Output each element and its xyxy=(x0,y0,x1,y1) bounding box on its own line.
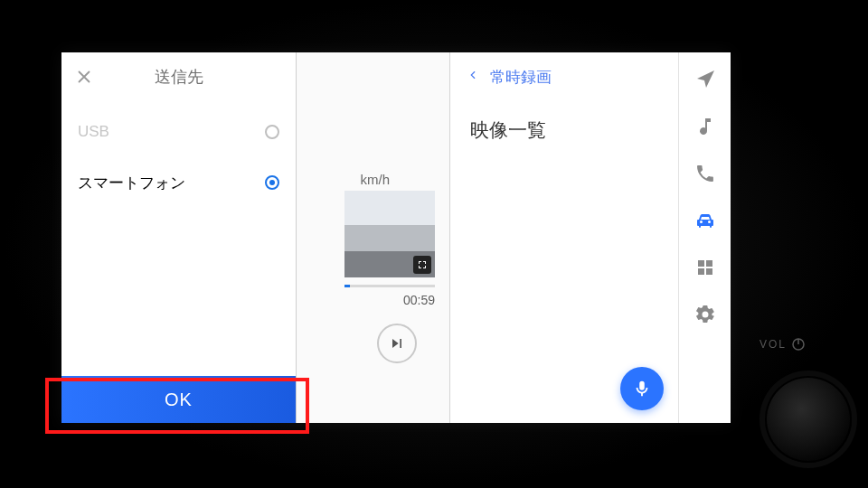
option-label: スマートフォン xyxy=(78,173,185,193)
navigation-icon[interactable] xyxy=(693,67,718,92)
phone-icon[interactable] xyxy=(693,161,718,186)
chevron-left-icon xyxy=(467,69,479,85)
ok-button[interactable]: OK xyxy=(61,376,296,423)
list-pane: 常時録画 映像一覧 xyxy=(450,52,678,423)
side-rail xyxy=(678,52,731,423)
panel-header: 送信先 xyxy=(61,52,296,101)
back-label: 常時録画 xyxy=(490,67,552,88)
volume-knob[interactable] xyxy=(765,376,852,463)
fullscreen-icon[interactable] xyxy=(413,256,431,274)
radio-icon xyxy=(265,175,279,190)
option-usb[interactable]: USB xyxy=(78,107,279,157)
panel-title: 送信先 xyxy=(155,66,203,88)
panel-options: USB スマートフォン xyxy=(61,101,296,376)
car-icon[interactable] xyxy=(693,208,718,233)
radio-icon xyxy=(265,125,279,139)
volume-label: VOL xyxy=(760,336,807,352)
option-smartphone[interactable]: スマートフォン xyxy=(78,157,279,208)
ok-label: OK xyxy=(165,389,193,410)
power-icon xyxy=(790,336,807,352)
music-icon[interactable] xyxy=(693,114,718,139)
option-label: USB xyxy=(78,123,109,141)
settings-icon[interactable] xyxy=(693,302,718,327)
video-thumbnail[interactable] xyxy=(344,191,435,277)
speed-unit: km/h xyxy=(360,172,390,187)
seek-bar[interactable] xyxy=(344,285,435,287)
duration-label: 00:59 xyxy=(403,293,435,307)
playback-pane: km/h 00:59 xyxy=(297,52,450,423)
display-screen: 送信先 USB スマートフォン OK km/h xyxy=(61,52,731,423)
device-bezel: 送信先 USB スマートフォン OK km/h xyxy=(0,0,868,488)
close-icon[interactable] xyxy=(74,67,94,87)
voice-button[interactable] xyxy=(620,367,664,410)
next-button[interactable] xyxy=(377,324,417,363)
section-title: 映像一覧 xyxy=(450,101,678,143)
list-back[interactable]: 常時録画 xyxy=(450,52,678,101)
apps-icon[interactable] xyxy=(693,255,718,280)
destination-panel: 送信先 USB スマートフォン OK xyxy=(61,52,297,423)
